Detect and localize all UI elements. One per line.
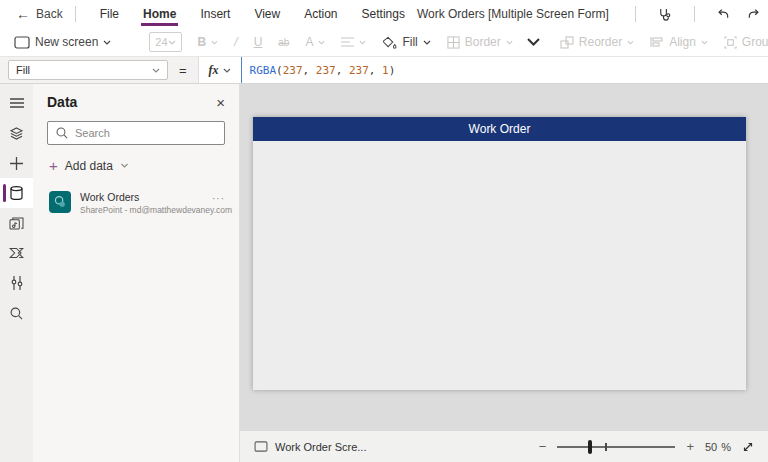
- data-source-text: Work Orders SharePoint - md@matthewdevan…: [80, 191, 232, 215]
- data-source-name: Work Orders: [80, 191, 232, 203]
- menu-file[interactable]: File: [88, 0, 131, 28]
- app-title: Work Orders [Multiple Screen Form]: [417, 7, 609, 21]
- plus-icon: +: [49, 158, 58, 173]
- data-sources-icon[interactable]: [0, 178, 33, 208]
- back-button[interactable]: ← Back: [16, 7, 63, 21]
- data-source-detail: SharePoint - md@matthewdevaney.com: [80, 205, 232, 215]
- data-panel-header: Data ×: [47, 94, 225, 110]
- zoom-slider-thumb[interactable]: [588, 440, 592, 454]
- text-align-button[interactable]: [341, 37, 366, 47]
- menu-icon[interactable]: [0, 88, 33, 118]
- formula-token: 237: [316, 64, 336, 77]
- advanced-tools-icon[interactable]: [0, 268, 33, 298]
- border-icon: [447, 36, 460, 49]
- undo-icon[interactable]: [711, 3, 737, 25]
- reorder-button[interactable]: Reorder: [560, 35, 634, 49]
- app-checker-icon[interactable]: [652, 3, 678, 25]
- more-options-icon[interactable]: ···: [212, 193, 225, 204]
- formula-token: ): [389, 64, 396, 77]
- zoom-out-icon[interactable]: −: [539, 440, 547, 453]
- power-apps-studio: ← Back File Home Insert View Action Sett…: [0, 0, 768, 462]
- title-bar-left: ← Back File Home Insert View Action Sett…: [16, 0, 417, 28]
- group-button[interactable]: Group: [724, 35, 768, 49]
- redo-icon[interactable]: [741, 3, 767, 25]
- power-automate-icon[interactable]: [0, 238, 33, 268]
- formula-token: ,: [336, 64, 349, 77]
- font-color-button[interactable]: A: [305, 35, 325, 49]
- back-arrow-icon: ←: [16, 7, 30, 21]
- menu-home[interactable]: Home: [131, 0, 188, 28]
- formula-input[interactable]: RGBA ( 237 , 237 , 237 , 1 ): [241, 57, 768, 83]
- search-icon: [56, 127, 68, 139]
- group-icon: [724, 36, 737, 49]
- status-bar: Work Order Scre... − + 50%: [240, 430, 768, 462]
- screen-header-title: Work Order: [469, 122, 531, 136]
- italic-button[interactable]: /: [234, 35, 237, 49]
- back-label: Back: [36, 7, 63, 21]
- zoom-in-icon[interactable]: +: [686, 440, 694, 453]
- strikethrough-button[interactable]: ab: [278, 37, 289, 48]
- font-size-dropdown[interactable]: 24: [149, 32, 181, 52]
- media-icon[interactable]: [0, 208, 33, 238]
- menu-view[interactable]: View: [242, 0, 292, 28]
- zoom-slider-tick: [605, 443, 607, 451]
- app-menu: File Home Insert View Action Settings: [88, 0, 417, 28]
- fit-to-window-icon[interactable]: [742, 441, 754, 453]
- reorder-icon: [560, 36, 574, 49]
- title-bar-actions: ▷: [623, 3, 768, 25]
- formula-token: 237: [283, 64, 303, 77]
- data-source-work-orders[interactable]: Work Orders SharePoint - md@matthewdevan…: [47, 187, 225, 219]
- divider: [75, 6, 76, 22]
- screen-header-bar[interactable]: Work Order: [253, 117, 746, 141]
- fx-dropdown[interactable]: fx: [198, 57, 241, 83]
- menu-settings[interactable]: Settings: [350, 0, 417, 28]
- formula-token: 1: [382, 64, 389, 77]
- zoom-controls: − + 50%: [539, 440, 754, 454]
- zoom-percentage: 50%: [705, 441, 731, 453]
- formula-token: ,: [369, 64, 382, 77]
- screen-artboard[interactable]: Work Order: [253, 117, 746, 390]
- formula-token: (: [276, 64, 283, 77]
- canvas-column: Work Order Work Order Scre... − +: [240, 84, 768, 462]
- align-lines-icon: [341, 37, 354, 47]
- main-content: Data × + Add data Work: [0, 84, 768, 462]
- menu-insert[interactable]: Insert: [188, 0, 242, 28]
- insert-plus-icon[interactable]: [0, 148, 33, 178]
- search-icon[interactable]: [0, 298, 33, 328]
- add-data-button[interactable]: + Add data: [47, 154, 131, 177]
- screen-selector-button[interactable]: Work Order Scre...: [254, 441, 366, 453]
- search-input[interactable]: [75, 127, 216, 139]
- formula-token: ,: [303, 64, 316, 77]
- left-rail: [0, 84, 33, 462]
- zoom-slider-track[interactable]: [557, 446, 675, 448]
- screen-icon: [254, 441, 268, 452]
- canvas-area[interactable]: Work Order: [240, 84, 768, 430]
- zoom-slider[interactable]: [557, 440, 675, 454]
- formula-token: RGBA: [250, 64, 277, 77]
- formula-bar: Fill = fx RGBA ( 237 , 237 , 237 , 1 ): [0, 57, 768, 84]
- paint-bucket-icon: [382, 36, 397, 49]
- chevron-down-icon: [120, 163, 129, 168]
- tree-view-icon[interactable]: [0, 118, 33, 148]
- fill-button[interactable]: Fill: [382, 35, 430, 49]
- divider: [635, 6, 636, 22]
- underline-button[interactable]: U: [254, 35, 263, 49]
- align-button[interactable]: Align: [650, 35, 708, 49]
- close-icon[interactable]: ×: [216, 95, 225, 110]
- ribbon-toolbar: New screen 24 B / U ab A: [0, 28, 768, 57]
- menu-action[interactable]: Action: [292, 0, 349, 28]
- title-bar: ← Back File Home Insert View Action Sett…: [0, 0, 768, 28]
- screen-icon: [14, 36, 30, 49]
- sharepoint-icon: [49, 191, 71, 213]
- border-button[interactable]: Border: [447, 35, 513, 49]
- property-dropdown[interactable]: Fill: [8, 60, 168, 80]
- bold-button[interactable]: B: [198, 35, 219, 49]
- data-panel: Data × + Add data Work: [33, 84, 240, 462]
- equals-sign: =: [168, 57, 198, 83]
- divider: [694, 6, 695, 22]
- more-formatting-chevron-icon[interactable]: [527, 38, 540, 46]
- data-search: [47, 121, 225, 145]
- formula-token: 237: [349, 64, 369, 77]
- new-screen-button[interactable]: New screen: [14, 35, 111, 49]
- align-objects-icon: [650, 36, 664, 48]
